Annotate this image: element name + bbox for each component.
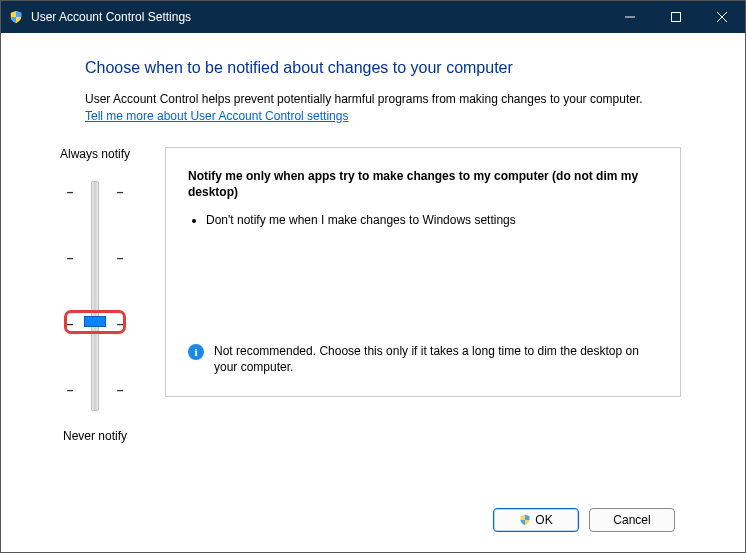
slider-track[interactable] <box>91 181 99 411</box>
learn-more-link[interactable]: Tell me more about User Account Control … <box>85 109 348 123</box>
slider-track-wrap: –– –– –– –– <box>35 171 155 421</box>
panel-footer: i Not recommended. Choose this only if i… <box>188 343 658 375</box>
cancel-label: Cancel <box>613 513 650 527</box>
window-title: User Account Control Settings <box>31 10 607 24</box>
minimize-button[interactable] <box>607 1 653 33</box>
ok-button[interactable]: OK <box>493 508 579 532</box>
page-heading: Choose when to be notified about changes… <box>85 59 681 77</box>
slider-top-label: Always notify <box>35 147 155 161</box>
slider-thumb[interactable] <box>84 316 106 327</box>
panel-note: Not recommended. Choose this only if it … <box>214 343 658 375</box>
ok-label: OK <box>535 513 552 527</box>
slider-thumb-highlight <box>64 310 126 334</box>
cancel-button[interactable]: Cancel <box>589 508 675 532</box>
info-icon: i <box>188 344 204 360</box>
notification-slider[interactable]: Always notify –– –– –– –– Never notify <box>35 147 155 443</box>
close-button[interactable] <box>699 1 745 33</box>
slider-area: Always notify –– –– –– –– Never notify N… <box>85 147 681 443</box>
panel-list: Don't notify me when I make changes to W… <box>188 212 658 234</box>
slider-bottom-label: Never notify <box>35 429 155 443</box>
dialog-buttons: OK Cancel <box>493 508 675 532</box>
uac-shield-icon <box>9 10 23 24</box>
maximize-button[interactable] <box>653 1 699 33</box>
panel-title: Notify me only when apps try to make cha… <box>188 168 658 200</box>
panel-bullet-1: Don't notify me when I make changes to W… <box>206 212 658 228</box>
svg-rect-1 <box>672 13 681 22</box>
intro-line: User Account Control helps prevent poten… <box>85 92 643 106</box>
content-area: Choose when to be notified about changes… <box>1 33 745 552</box>
uac-shield-small-icon <box>519 514 531 526</box>
window-controls <box>607 1 745 33</box>
intro-text: User Account Control helps prevent poten… <box>85 91 681 125</box>
titlebar: User Account Control Settings <box>1 1 745 33</box>
description-panel: Notify me only when apps try to make cha… <box>165 147 681 397</box>
